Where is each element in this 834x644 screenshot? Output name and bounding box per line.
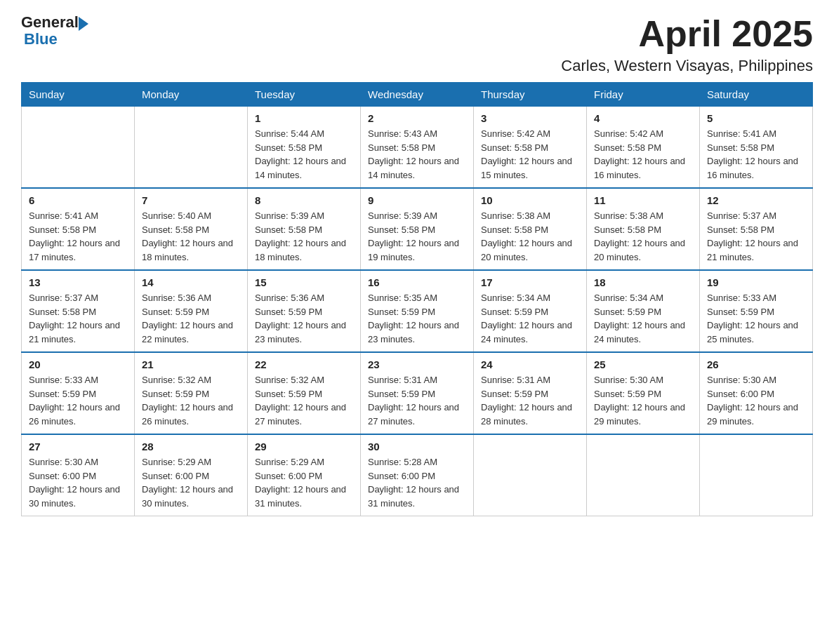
day-number: 22 <box>255 358 353 370</box>
day-number: 5 <box>707 112 805 124</box>
day-number: 10 <box>481 194 579 206</box>
logo: General Blue <box>21 14 88 48</box>
day-info: Sunrise: 5:39 AMSunset: 5:58 PMDaylight:… <box>255 209 353 264</box>
calendar-cell: 23Sunrise: 5:31 AMSunset: 5:59 PMDayligh… <box>361 352 474 434</box>
day-info: Sunrise: 5:44 AMSunset: 5:58 PMDaylight:… <box>255 127 353 182</box>
day-info: Sunrise: 5:35 AMSunset: 5:59 PMDaylight:… <box>368 291 466 346</box>
day-number: 26 <box>707 358 805 370</box>
day-info: Sunrise: 5:41 AMSunset: 5:58 PMDaylight:… <box>29 209 127 264</box>
day-info: Sunrise: 5:31 AMSunset: 5:59 PMDaylight:… <box>481 373 579 428</box>
day-number: 21 <box>142 358 240 370</box>
day-number: 30 <box>368 441 466 452</box>
day-info: Sunrise: 5:34 AMSunset: 5:59 PMDaylight:… <box>481 291 579 346</box>
day-number: 3 <box>481 112 579 124</box>
calendar-cell: 26Sunrise: 5:30 AMSunset: 6:00 PMDayligh… <box>700 352 813 434</box>
day-number: 23 <box>368 358 466 370</box>
calendar-cell <box>587 434 700 516</box>
logo-text-blue: Blue <box>24 31 88 48</box>
weekday-header-friday: Friday <box>587 83 700 107</box>
calendar-cell: 5Sunrise: 5:41 AMSunset: 5:58 PMDaylight… <box>700 107 813 189</box>
calendar-cell: 21Sunrise: 5:32 AMSunset: 5:59 PMDayligh… <box>135 352 248 434</box>
day-info: Sunrise: 5:41 AMSunset: 5:58 PMDaylight:… <box>707 127 805 182</box>
day-number: 16 <box>368 276 466 288</box>
day-number: 11 <box>594 194 692 206</box>
calendar-cell: 27Sunrise: 5:30 AMSunset: 6:00 PMDayligh… <box>22 434 135 516</box>
location-subtitle: Carles, Western Visayas, Philippines <box>561 57 813 75</box>
title-block: April 2025 Carles, Western Visayas, Phil… <box>561 14 813 75</box>
day-number: 17 <box>481 276 579 288</box>
calendar-week-row: 27Sunrise: 5:30 AMSunset: 6:00 PMDayligh… <box>22 434 813 516</box>
weekday-header-wednesday: Wednesday <box>361 83 474 107</box>
day-number: 27 <box>29 441 127 452</box>
day-number: 14 <box>142 276 240 288</box>
calendar-cell: 8Sunrise: 5:39 AMSunset: 5:58 PMDaylight… <box>248 188 361 270</box>
day-info: Sunrise: 5:37 AMSunset: 5:58 PMDaylight:… <box>29 291 127 346</box>
calendar-cell <box>22 107 135 189</box>
calendar-cell: 13Sunrise: 5:37 AMSunset: 5:58 PMDayligh… <box>22 270 135 352</box>
weekday-header-row: SundayMondayTuesdayWednesdayThursdayFrid… <box>22 83 813 107</box>
calendar-cell: 16Sunrise: 5:35 AMSunset: 5:59 PMDayligh… <box>361 270 474 352</box>
calendar-cell: 10Sunrise: 5:38 AMSunset: 5:58 PMDayligh… <box>474 188 587 270</box>
day-info: Sunrise: 5:39 AMSunset: 5:58 PMDaylight:… <box>368 209 466 264</box>
day-number: 2 <box>368 112 466 124</box>
calendar-cell: 17Sunrise: 5:34 AMSunset: 5:59 PMDayligh… <box>474 270 587 352</box>
day-number: 20 <box>29 358 127 370</box>
calendar-week-row: 20Sunrise: 5:33 AMSunset: 5:59 PMDayligh… <box>22 352 813 434</box>
logo-text-general: General <box>21 14 79 31</box>
day-info: Sunrise: 5:37 AMSunset: 5:58 PMDaylight:… <box>707 209 805 264</box>
day-number: 7 <box>142 194 240 206</box>
day-number: 29 <box>255 441 353 452</box>
day-info: Sunrise: 5:43 AMSunset: 5:58 PMDaylight:… <box>368 127 466 182</box>
day-number: 18 <box>594 276 692 288</box>
calendar-cell: 1Sunrise: 5:44 AMSunset: 5:58 PMDaylight… <box>248 107 361 189</box>
day-info: Sunrise: 5:32 AMSunset: 5:59 PMDaylight:… <box>142 373 240 428</box>
calendar-cell: 4Sunrise: 5:42 AMSunset: 5:58 PMDaylight… <box>587 107 700 189</box>
day-number: 9 <box>368 194 466 206</box>
weekday-header-thursday: Thursday <box>474 83 587 107</box>
calendar-cell: 11Sunrise: 5:38 AMSunset: 5:58 PMDayligh… <box>587 188 700 270</box>
calendar-cell: 24Sunrise: 5:31 AMSunset: 5:59 PMDayligh… <box>474 352 587 434</box>
calendar-cell: 22Sunrise: 5:32 AMSunset: 5:59 PMDayligh… <box>248 352 361 434</box>
weekday-header-saturday: Saturday <box>700 83 813 107</box>
calendar-cell: 25Sunrise: 5:30 AMSunset: 5:59 PMDayligh… <box>587 352 700 434</box>
calendar-cell: 2Sunrise: 5:43 AMSunset: 5:58 PMDaylight… <box>361 107 474 189</box>
calendar-week-row: 6Sunrise: 5:41 AMSunset: 5:58 PMDaylight… <box>22 188 813 270</box>
calendar-cell <box>700 434 813 516</box>
day-number: 25 <box>594 358 692 370</box>
calendar-cell: 29Sunrise: 5:29 AMSunset: 6:00 PMDayligh… <box>248 434 361 516</box>
calendar-cell <box>135 107 248 189</box>
calendar-week-row: 13Sunrise: 5:37 AMSunset: 5:58 PMDayligh… <box>22 270 813 352</box>
calendar-cell: 19Sunrise: 5:33 AMSunset: 5:59 PMDayligh… <box>700 270 813 352</box>
day-number: 15 <box>255 276 353 288</box>
calendar-cell: 28Sunrise: 5:29 AMSunset: 6:00 PMDayligh… <box>135 434 248 516</box>
day-info: Sunrise: 5:33 AMSunset: 5:59 PMDaylight:… <box>707 291 805 346</box>
calendar-cell: 30Sunrise: 5:28 AMSunset: 6:00 PMDayligh… <box>361 434 474 516</box>
day-number: 19 <box>707 276 805 288</box>
weekday-header-tuesday: Tuesday <box>248 83 361 107</box>
calendar-cell: 15Sunrise: 5:36 AMSunset: 5:59 PMDayligh… <box>248 270 361 352</box>
day-info: Sunrise: 5:29 AMSunset: 6:00 PMDaylight:… <box>255 455 353 510</box>
logo-arrow-icon <box>79 17 88 31</box>
calendar-cell: 3Sunrise: 5:42 AMSunset: 5:58 PMDaylight… <box>474 107 587 189</box>
calendar-cell <box>474 434 587 516</box>
day-number: 24 <box>481 358 579 370</box>
day-info: Sunrise: 5:32 AMSunset: 5:59 PMDaylight:… <box>255 373 353 428</box>
day-info: Sunrise: 5:33 AMSunset: 5:59 PMDaylight:… <box>29 373 127 428</box>
page-header: General Blue April 2025 Carles, Western … <box>21 14 813 75</box>
day-info: Sunrise: 5:36 AMSunset: 5:59 PMDaylight:… <box>255 291 353 346</box>
day-info: Sunrise: 5:31 AMSunset: 5:59 PMDaylight:… <box>368 373 466 428</box>
calendar-cell: 7Sunrise: 5:40 AMSunset: 5:58 PMDaylight… <box>135 188 248 270</box>
day-number: 8 <box>255 194 353 206</box>
day-info: Sunrise: 5:42 AMSunset: 5:58 PMDaylight:… <box>594 127 692 182</box>
calendar-cell: 12Sunrise: 5:37 AMSunset: 5:58 PMDayligh… <box>700 188 813 270</box>
calendar-cell: 9Sunrise: 5:39 AMSunset: 5:58 PMDaylight… <box>361 188 474 270</box>
calendar-cell: 18Sunrise: 5:34 AMSunset: 5:59 PMDayligh… <box>587 270 700 352</box>
day-info: Sunrise: 5:38 AMSunset: 5:58 PMDaylight:… <box>481 209 579 264</box>
day-info: Sunrise: 5:28 AMSunset: 6:00 PMDaylight:… <box>368 455 466 510</box>
day-number: 12 <box>707 194 805 206</box>
day-number: 4 <box>594 112 692 124</box>
calendar-table: SundayMondayTuesdayWednesdayThursdayFrid… <box>21 82 813 516</box>
day-number: 1 <box>255 112 353 124</box>
day-info: Sunrise: 5:36 AMSunset: 5:59 PMDaylight:… <box>142 291 240 346</box>
day-info: Sunrise: 5:40 AMSunset: 5:58 PMDaylight:… <box>142 209 240 264</box>
